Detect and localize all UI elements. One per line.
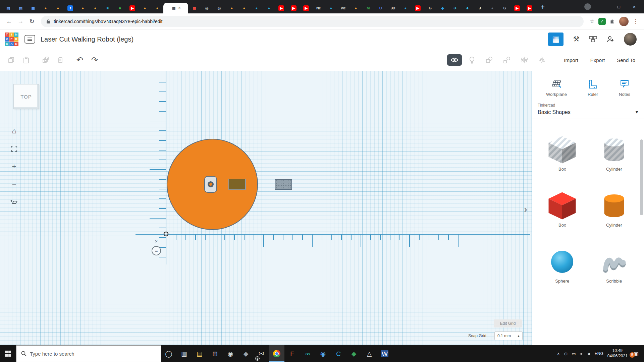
align-icon[interactable] [517, 53, 532, 67]
taskbar-app-mail[interactable]: ✉ 1 [254, 345, 269, 362]
tab-g[interactable]: G [424, 3, 436, 13]
design-menu-icon[interactable] [24, 35, 35, 44]
tab-orange-site[interactable]: ● [139, 3, 151, 13]
panel-collapse-chevron-icon[interactable]: › [524, 203, 527, 215]
window-close-button[interactable]: × [627, 0, 642, 13]
paste-icon[interactable] [19, 53, 34, 67]
tinkercad-logo[interactable]: TINKERCAD [5, 33, 18, 46]
tab-docs[interactable]: ▤ [14, 3, 27, 13]
home-view-icon[interactable]: ⌂ [8, 125, 20, 137]
window-maximize-button[interactable]: □ [611, 0, 627, 13]
3d-viewport[interactable]: TOP ⌂ + − × ≡ [0, 71, 532, 345]
tab-facebook[interactable]: f [64, 3, 76, 13]
ungroup-icon[interactable] [499, 53, 514, 67]
tab-plane[interactable]: ✈ [461, 3, 474, 13]
redo-icon[interactable]: ↷ [87, 53, 102, 67]
taskbar-app-store[interactable]: ⊞ [207, 345, 223, 362]
address-bar[interactable]: tinkercad.com/things/boVNGaqN3Y8-epic-ha… [41, 16, 584, 27]
tab-tinkercad[interactable]: ● [250, 3, 263, 13]
tray-icon[interactable]: ▭ [572, 351, 576, 356]
taskbar-app-triangle[interactable]: △ [362, 345, 377, 362]
extensions-puzzle-icon[interactable] [607, 16, 617, 26]
taskbar-app-steam[interactable]: ◉ [223, 345, 238, 362]
tab-close-icon[interactable]: × [178, 6, 180, 10]
tab-we[interactable]: we [337, 3, 350, 13]
design-title[interactable]: Laser Cut Walking Robot (legs) [41, 36, 133, 43]
taskbar-app-word[interactable]: W [377, 345, 392, 362]
back-button[interactable]: ← [3, 16, 15, 27]
window-minimize-button[interactable]: − [596, 0, 611, 13]
tab-youtube[interactable]: ▶ [523, 3, 536, 13]
mirror-icon[interactable] [534, 53, 549, 67]
tab-blue-gem[interactable]: ◆ [436, 3, 449, 13]
extension-check-icon[interactable]: ✓ [598, 18, 606, 25]
cylinder[interactable]: Cylinder [599, 190, 630, 228]
zoom-in-icon[interactable]: + [8, 161, 20, 173]
tab-orange-site[interactable]: ● [76, 3, 89, 13]
tab-orange-site[interactable]: ● [225, 3, 238, 13]
duplicate-icon[interactable] [38, 53, 53, 67]
taskbar-app-camera[interactable]: ◉ [315, 345, 331, 362]
new-tab-button[interactable]: + [538, 2, 548, 12]
fit-view-icon[interactable] [8, 143, 20, 155]
snap-grid-dropdown[interactable]: 0.1 mm ▴ [494, 331, 523, 340]
taskbar-app-chrome[interactable] [269, 345, 284, 362]
shape-library-selector[interactable]: Tinkercad Basic Shapes ▾ [532, 97, 644, 119]
workplane-tool[interactable]: Workplane [546, 79, 567, 97]
delete-icon[interactable] [53, 53, 68, 67]
taskbar-app-green[interactable]: ◆ [346, 345, 362, 362]
send-to-button[interactable]: Send To [617, 57, 635, 63]
tab-globe[interactable]: ◎ [201, 3, 213, 13]
tab-youtube[interactable]: ▶ [287, 3, 300, 13]
tab-ne[interactable]: Ne [312, 3, 325, 13]
shape-gray-rect[interactable] [275, 179, 292, 190]
tab-docs[interactable]: ▤ [2, 3, 14, 13]
shape-brown-rect[interactable] [228, 179, 246, 190]
tab-orange-site[interactable]: ● [151, 3, 163, 13]
ruler-tool[interactable]: Ruler [588, 79, 598, 97]
tab-pixel-grid[interactable]: ▦ [188, 3, 201, 13]
tab-u-blue[interactable]: U [374, 3, 387, 13]
browser-status-icon[interactable] [584, 3, 591, 10]
tab-tinkercad[interactable]: ■ [101, 3, 114, 13]
dashboard-grid-icon[interactable]: ▦ [548, 33, 564, 46]
tab-j[interactable]: J [474, 3, 486, 13]
ruler-close-icon[interactable]: × [153, 237, 160, 245]
forward-button[interactable]: → [15, 16, 26, 27]
tab-tinkercad-active[interactable]: ▦ × [163, 3, 188, 13]
browser-profile-avatar[interactable] [619, 17, 629, 26]
bricks-icon[interactable] [589, 36, 597, 42]
tab-g[interactable]: G [498, 3, 511, 13]
notification-center-icon[interactable]: ▣ 5 [632, 351, 641, 357]
reload-button[interactable]: ↻ [26, 16, 38, 27]
tab-green-a[interactable]: A [114, 3, 126, 13]
sphere[interactable]: Sphere [547, 246, 578, 284]
tab-tinkercad[interactable]: ● [263, 3, 275, 13]
start-button[interactable] [0, 345, 16, 362]
tab-tinkercad[interactable]: ● [399, 3, 412, 13]
language-indicator[interactable]: ENG [595, 351, 603, 356]
taskbar-app-loom[interactable]: ∞ [300, 345, 315, 362]
edit-grid-button[interactable]: Edit Grid [494, 319, 522, 327]
tray-icon[interactable]: ⊙ [564, 351, 568, 356]
taskbar-app-c[interactable]: C [331, 345, 346, 362]
tab-dark-app[interactable]: ● [486, 3, 498, 13]
taskbar-app-game[interactable]: ◆ [238, 345, 254, 362]
tray-icon[interactable]: ≈ [580, 351, 582, 356]
box-hole[interactable]: Box [547, 134, 578, 172]
user-avatar[interactable] [624, 33, 637, 46]
tab-globe[interactable]: ◎ [213, 3, 225, 13]
ruler-menu-icon[interactable]: ≡ [152, 246, 161, 255]
taskbar-app-fusion[interactable]: F [284, 345, 300, 362]
tab-youtube[interactable]: ▶ [511, 3, 523, 13]
copy-icon[interactable] [4, 53, 19, 67]
show-all-eye-icon[interactable] [447, 54, 462, 66]
tab-youtube[interactable]: ▶ [275, 3, 287, 13]
tab-sheets[interactable]: ▦ [27, 3, 39, 13]
tab-plane[interactable]: ✈ [449, 3, 461, 13]
taskbar-search-input[interactable]: Type here to search [16, 345, 161, 362]
url-text[interactable]: tinkercad.com/things/boVNGaqN3Y8-epic-ha… [54, 19, 163, 24]
cylinder-hole[interactable]: Cylinder [599, 134, 630, 172]
tab-orange-site[interactable]: ● [89, 3, 101, 13]
export-button[interactable]: Export [590, 57, 605, 63]
